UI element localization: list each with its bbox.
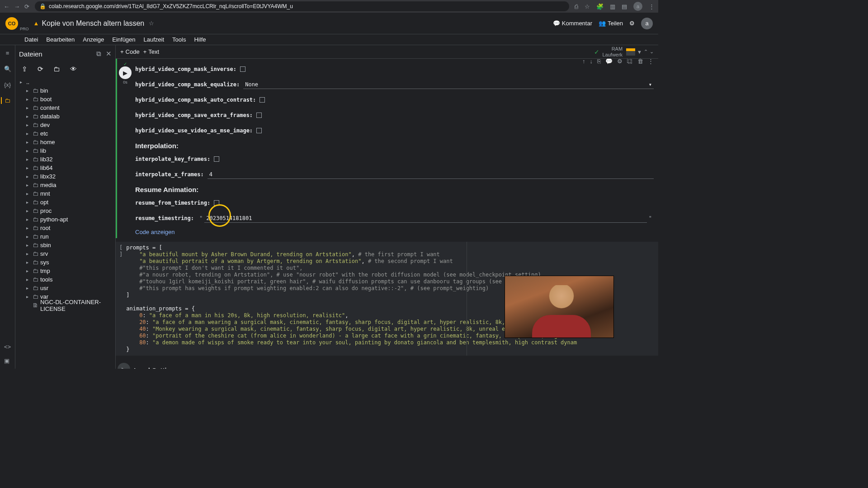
heading-interpolation: Interpolation: xyxy=(135,142,654,150)
folder-python-apt[interactable]: ▸🗀python-apt xyxy=(20,215,115,224)
folder-mnt[interactable]: ▸🗀mnt xyxy=(20,189,115,198)
folder-bin[interactable]: ▸🗀bin xyxy=(20,86,115,95)
toc-icon[interactable]: ≡ xyxy=(6,50,9,56)
menu-hilfe[interactable]: Hilfe xyxy=(194,36,206,43)
folder-home[interactable]: ▸🗀home xyxy=(20,138,115,146)
comment-cell-icon[interactable]: 💬 xyxy=(605,59,613,65)
folder-tmp[interactable]: ▸🗀tmp xyxy=(20,267,115,275)
resource-indicator[interactable]: RAM Laufwerk xyxy=(602,46,623,57)
refresh-icon[interactable]: ⟳ xyxy=(38,65,43,73)
close-icon[interactable]: ✕ xyxy=(106,50,112,58)
heading-resume: Resume Animation: xyxy=(135,186,654,193)
file-license[interactable]: 🗎NGC-DL-CONTAINER-LICENSE xyxy=(20,301,115,310)
url-bar[interactable]: 🔒 colab.research.google.com/drive/1TizAl… xyxy=(35,1,569,11)
add-code-button[interactable]: + Code xyxy=(120,48,140,55)
folder-sbin[interactable]: ▸🗀sbin xyxy=(20,241,115,249)
folder-lib[interactable]: ▸🗀lib xyxy=(20,146,115,155)
url-text: colab.research.google.com/drive/1TizAl_8… xyxy=(49,3,293,9)
browser-avatar[interactable]: a xyxy=(633,2,642,11)
dropdown-icon[interactable]: ▼ xyxy=(637,49,642,55)
menu-laufzeit[interactable]: Laufzeit xyxy=(144,36,165,43)
code-icon[interactable]: <> xyxy=(4,343,11,350)
folder-datalab[interactable]: ▸🗀datalab xyxy=(20,112,115,121)
folder-opt[interactable]: ▸🗀opt xyxy=(20,198,115,206)
run-button-load[interactable]: ▶ xyxy=(118,363,130,369)
upload-icon[interactable]: ⇪ xyxy=(22,65,28,73)
label-resume-from: resume_from_timestring: xyxy=(135,200,210,206)
delete-icon[interactable]: 🗑 xyxy=(637,59,643,65)
left-rail: ≡ 🔍 {x} 🗀 <> ▣ xyxy=(0,45,15,369)
folder-usr[interactable]: ▸🗀usr xyxy=(20,284,115,292)
file-tree[interactable]: ▸..▸🗀bin▸🗀boot▸🗀content▸🗀datalab▸🗀dev▸🗀e… xyxy=(15,78,115,369)
show-code-link[interactable]: Code anzeigen xyxy=(135,229,654,235)
vars-icon[interactable]: {x} xyxy=(4,81,11,88)
files-icon[interactable]: 🗀 xyxy=(1,97,10,104)
colab-logo[interactable]: CO xyxy=(5,17,18,30)
checkbox-key-frames[interactable] xyxy=(214,156,219,162)
menu-datei[interactable]: Datei xyxy=(24,36,38,43)
forward-icon[interactable]: → xyxy=(14,3,20,10)
folder-media[interactable]: ▸🗀media xyxy=(20,181,115,189)
share-button[interactable]: 👥Teilen xyxy=(599,20,623,27)
menu-icon[interactable]: ⋮ xyxy=(649,3,655,10)
folder-root[interactable]: ▸🗀root xyxy=(20,224,115,232)
move-up-icon[interactable]: ↑ xyxy=(582,59,585,65)
more-icon[interactable]: ⋮ xyxy=(648,59,654,65)
menu-einfuegen[interactable]: Einfügen xyxy=(112,36,135,43)
folder-lib64[interactable]: ▸🗀lib64 xyxy=(20,164,115,172)
expand-down-icon[interactable]: ⌄ xyxy=(650,49,654,55)
settings-icon[interactable]: ⚙ xyxy=(617,59,623,65)
menu-bearbeiten[interactable]: Bearbeiten xyxy=(46,36,75,43)
cell-exec-time: 0s xyxy=(123,80,127,84)
folder-tools[interactable]: ▸🗀tools xyxy=(20,275,115,284)
chevron-down-icon: ▾ xyxy=(649,81,652,88)
back-icon[interactable]: ← xyxy=(4,3,9,10)
checkbox-mse-image[interactable] xyxy=(256,128,262,133)
link-icon[interactable]: ⎘ xyxy=(597,59,601,65)
checkbox-mask-inverse[interactable] xyxy=(240,66,245,72)
run-button[interactable]: ▶ xyxy=(119,66,132,79)
folder-lib32[interactable]: ▸🗀lib32 xyxy=(20,155,115,164)
checkbox-extra-frames[interactable] xyxy=(256,113,262,118)
folder-etc[interactable]: ▸🗀etc xyxy=(20,129,115,138)
doc-title[interactable]: Kopie von Mensch altern lassen xyxy=(42,19,144,28)
select-mask-equalize[interactable]: None▾ xyxy=(243,80,654,89)
mount-icon[interactable]: 🗀 xyxy=(53,65,60,73)
checkbox-resume-from[interactable] xyxy=(214,200,219,206)
folder-srv[interactable]: ▸🗀srv xyxy=(20,249,115,258)
move-down-icon[interactable]: ↓ xyxy=(590,59,593,65)
checkbox-auto-contrast[interactable] xyxy=(259,97,265,103)
gear-icon[interactable]: ⚙ xyxy=(629,20,635,27)
folder-boot[interactable]: ▸🗀boot xyxy=(20,95,115,103)
ram-bar xyxy=(626,48,635,56)
menu-tools[interactable]: Tools xyxy=(172,36,186,43)
user-avatar[interactable]: a xyxy=(641,18,653,29)
comment-button[interactable]: 💬Kommentar xyxy=(553,20,592,27)
comment-icon: 💬 xyxy=(553,20,560,27)
menu-anzeige[interactable]: Anzeige xyxy=(83,36,104,43)
input-resume-timestring[interactable]: 20230514181801 xyxy=(204,214,646,223)
panel-icon[interactable]: ▥ xyxy=(610,3,615,10)
translate-icon[interactable]: ⎙ xyxy=(575,3,578,10)
mirror-icon[interactable]: ⿻ xyxy=(627,59,633,65)
search-icon[interactable]: 🔍 xyxy=(4,66,11,72)
star-icon[interactable]: ☆ xyxy=(149,20,154,27)
reload-icon[interactable]: ⟳ xyxy=(24,3,29,10)
folder-content[interactable]: ▸🗀content xyxy=(20,103,115,112)
panel2-icon[interactable]: ▤ xyxy=(622,3,627,10)
add-text-button[interactable]: + Text xyxy=(143,48,159,55)
bookmark-icon[interactable]: ☆ xyxy=(585,3,590,10)
new-window-icon[interactable]: ⧉ xyxy=(96,50,101,58)
folder-proc[interactable]: ▸🗀proc xyxy=(20,206,115,215)
folder-sys[interactable]: ▸🗀sys xyxy=(20,258,115,267)
expand-up-icon[interactable]: ⌃ xyxy=(644,49,648,55)
input-x-frames[interactable]: 4 xyxy=(208,170,654,179)
folder-dev[interactable]: ▸🗀dev xyxy=(20,121,115,129)
extensions-icon[interactable]: 🧩 xyxy=(596,3,604,10)
hidden-icon[interactable]: 👁 xyxy=(70,65,77,73)
terminal-icon[interactable]: ▣ xyxy=(4,357,11,364)
load-settings-cell: ▶ Load Settings override_settings_with_f… xyxy=(116,360,658,369)
folder-libx32[interactable]: ▸🗀libx32 xyxy=(20,172,115,181)
folder-run[interactable]: ▸🗀run xyxy=(20,232,115,241)
pro-badge: PRO xyxy=(20,27,29,31)
